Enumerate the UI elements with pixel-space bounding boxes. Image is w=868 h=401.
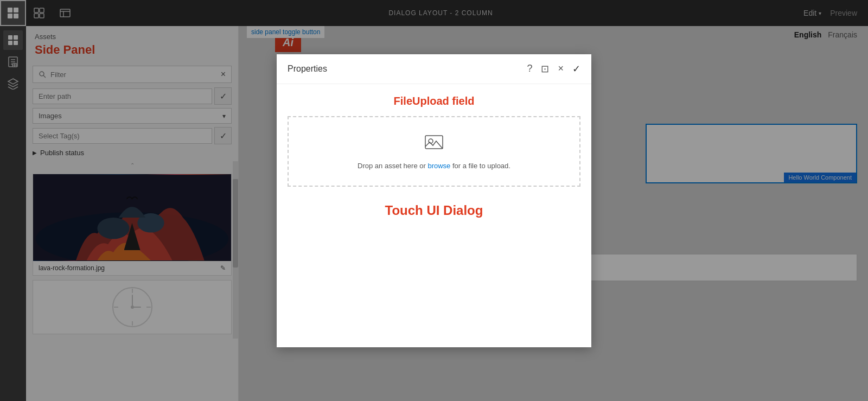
svg-rect-36 bbox=[425, 136, 443, 149]
file-upload-label: FileUpload field bbox=[288, 95, 580, 107]
modal-header: Properties ? ⊡ × ✓ bbox=[277, 54, 591, 84]
modal-header-icons: ? ⊡ × ✓ bbox=[527, 63, 580, 75]
file-upload-zone[interactable]: Drop an asset here or browse for a file … bbox=[288, 116, 580, 187]
browse-link[interactable]: browse bbox=[427, 162, 450, 170]
modal-fullscreen-icon[interactable]: ⊡ bbox=[541, 63, 549, 75]
file-upload-instruction: Drop an asset here or browse for a file … bbox=[358, 162, 510, 170]
modal-title: Properties bbox=[288, 64, 327, 74]
image-upload-svg bbox=[424, 132, 444, 152]
modal-body: FileUpload field Drop an asset here or b… bbox=[277, 84, 591, 229]
properties-modal: Properties ? ⊡ × ✓ FileUpload field bbox=[277, 54, 591, 347]
modal-confirm-icon[interactable]: ✓ bbox=[572, 63, 580, 75]
modal-overlay: Properties ? ⊡ × ✓ FileUpload field bbox=[0, 0, 868, 401]
modal-close-icon[interactable]: × bbox=[558, 63, 564, 74]
touch-ui-dialog-label: Touch UI Dialog bbox=[288, 203, 580, 218]
upload-image-icon bbox=[424, 132, 444, 156]
modal-help-icon[interactable]: ? bbox=[527, 63, 532, 74]
